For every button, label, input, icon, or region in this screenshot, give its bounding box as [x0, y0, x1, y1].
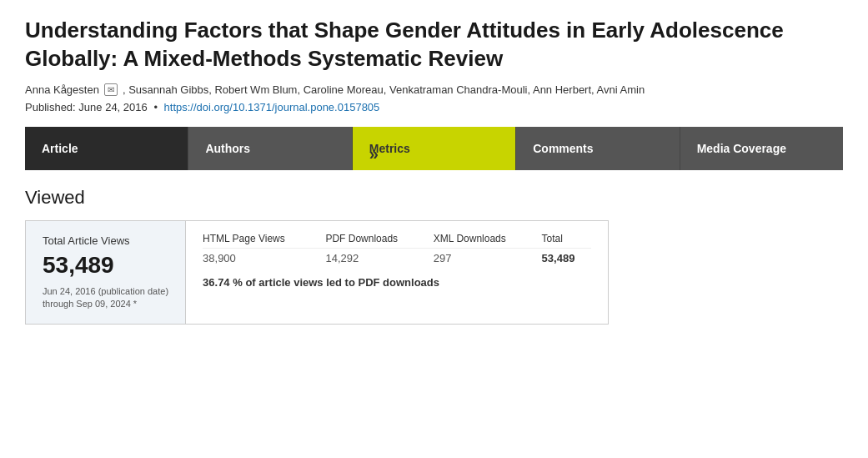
- metrics-table: HTML Page Views PDF Downloads XML Downlo…: [203, 233, 591, 268]
- authors-line: Anna Kågesten ✉ , Susannah Gibbs, Robert…: [25, 83, 843, 96]
- tab-article[interactable]: Article: [25, 127, 188, 170]
- co-authors: , Susannah Gibbs, Robert Wm Blum, Caroli…: [123, 83, 645, 96]
- section-title: Viewed: [25, 187, 843, 209]
- tab-authors[interactable]: Authors: [188, 127, 352, 170]
- date-range-line2: through Sep 09, 2024 *: [43, 299, 137, 309]
- email-icon[interactable]: ✉: [104, 83, 118, 96]
- col-html-views: HTML Page Views: [203, 233, 325, 249]
- col-total: Total: [542, 233, 591, 249]
- val-xml-downloads: 297: [434, 248, 542, 268]
- tab-authors-label: Authors: [205, 142, 250, 155]
- pdf-note: 36.74 % of article views led to PDF down…: [203, 276, 591, 289]
- tab-comments[interactable]: Comments: [516, 127, 680, 170]
- tab-metrics[interactable]: Metrics: [353, 127, 516, 170]
- dot-separator: •: [153, 101, 158, 113]
- metrics-box: Total Article Views 53,489 Jun 24, 2016 …: [25, 220, 609, 325]
- date-range: Jun 24, 2016 (publication date) through …: [43, 285, 168, 311]
- val-html-views: 38,900: [203, 248, 325, 268]
- col-pdf-downloads: PDF Downloads: [325, 233, 433, 249]
- val-pdf-downloads: 14,292: [325, 248, 433, 268]
- metrics-left-panel: Total Article Views 53,489 Jun 24, 2016 …: [26, 221, 186, 325]
- tabs-container: Article Authors Metrics Comments Media C…: [25, 127, 843, 170]
- published-label: Published:: [25, 101, 76, 113]
- article-title: Understanding Factors that Shape Gender …: [25, 17, 843, 73]
- col-xml-downloads: XML Downloads: [434, 233, 542, 249]
- val-total: 53,489: [542, 248, 591, 268]
- tab-comments-label: Comments: [533, 142, 593, 155]
- metrics-right-panel: HTML Page Views PDF Downloads XML Downlo…: [186, 221, 608, 325]
- tab-article-label: Article: [42, 142, 78, 155]
- published-line: Published: June 24, 2016 • https://doi.o…: [25, 101, 843, 113]
- tab-metrics-label: Metrics: [369, 142, 410, 155]
- published-date: June 24, 2016: [78, 101, 147, 113]
- total-views-label: Total Article Views: [43, 234, 168, 247]
- metrics-data-row: 38,900 14,292 297 53,489: [203, 248, 591, 268]
- tab-media-coverage[interactable]: Media Coverage: [680, 127, 843, 170]
- total-views-number: 53,489: [43, 252, 168, 279]
- date-range-line1: Jun 24, 2016 (publication date): [43, 286, 168, 296]
- tab-media-coverage-label: Media Coverage: [697, 142, 786, 155]
- doi-link[interactable]: https://doi.org/10.1371/journal.pone.015…: [164, 101, 380, 113]
- primary-author: Anna Kågesten: [25, 83, 99, 96]
